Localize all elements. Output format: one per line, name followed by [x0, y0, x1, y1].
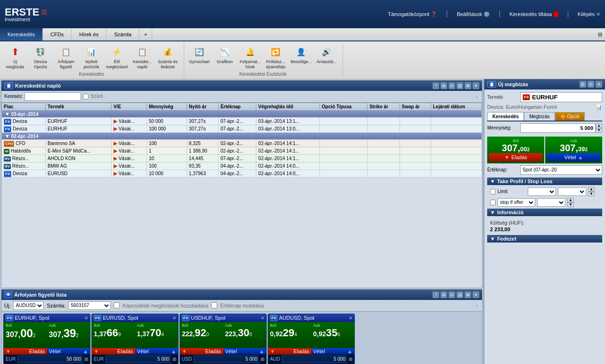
card-sell-audusd[interactable]: ▼ Eladás	[268, 348, 311, 355]
watchlist-ctrl-2[interactable]: ⊞	[441, 291, 447, 298]
toolbar-btn-folyamat[interactable]: 🔔 Folyamat...hírek	[238, 43, 262, 71]
toolbar-label-arfolyam: Árfolyamfigyelő	[57, 59, 74, 70]
stop-select-1[interactable]: stop if offer	[498, 198, 535, 207]
trading-log-ctrl-x[interactable]: ✕	[473, 82, 479, 89]
stop-spin-up[interactable]: ▲	[567, 198, 574, 202]
new-order-ctrl-x[interactable]: ✕	[596, 81, 602, 88]
table-row[interactable]: CFD CFD Banimmo SA ▶ Vásár... 100 8,325 …	[2, 139, 482, 147]
card-amount-eurusd[interactable]	[106, 356, 171, 363]
watchlist-ctrl-1[interactable]: ?	[433, 291, 439, 298]
card-amount-audusd[interactable]	[282, 356, 347, 363]
product-select[interactable]: FX EURHUF	[520, 92, 602, 102]
card-buy-audusd[interactable]: Vétel ▲	[311, 348, 355, 355]
card-spinner-usdhuf[interactable]: ⊞	[261, 356, 264, 362]
nav-logout[interactable]: Kilépés ✕	[578, 11, 600, 17]
limit-spin-down[interactable]: ▼	[588, 192, 595, 196]
nav-trading-ban[interactable]: Kereskedés tiltása ■	[509, 11, 558, 17]
tab-collapse[interactable]: ⊟	[595, 30, 605, 40]
currency-chart-icon[interactable]: 📊	[596, 104, 602, 110]
group-collapse-icon-1[interactable]: ▼	[5, 111, 10, 117]
limit-checkbox[interactable]	[490, 189, 496, 194]
toolbar-btn-grafikon[interactable]: 📉 Grafikon	[213, 43, 237, 71]
table-row[interactable]: RV Részv... BMW AG ▶ Vásár... 100 93,35 …	[2, 162, 482, 170]
toolbar-btn-elo[interactable]: ⚡ Élőmegbízásol	[105, 43, 129, 71]
toolbar-btn-probasz[interactable]: 🔁 Próbász...újraindítás	[263, 43, 288, 71]
limit-select-2[interactable]	[558, 187, 586, 196]
stop-select-2[interactable]	[537, 198, 565, 207]
watchlist-ctrl-5[interactable]: ⊠	[465, 291, 471, 298]
watchlist-ctrl-3[interactable]: ⊟	[449, 291, 455, 298]
tab-hirek[interactable]: Hírek és	[72, 28, 106, 40]
card-close-eurhuf[interactable]: ✕	[84, 315, 88, 321]
ertéknap-select[interactable]: Spot (07-ápr.-20	[520, 165, 602, 175]
trading-log-ctrl-2[interactable]: ⊞	[441, 82, 447, 89]
card-close-audusd[interactable]: ✕	[349, 315, 352, 321]
watchlist-account-select[interactable]: 5603157	[68, 301, 111, 310]
table-row[interactable]: RV Részv... AHOLD KON ▶ Vásár... 10 14,4…	[2, 154, 482, 162]
card-close-eurusd[interactable]: ✕	[172, 315, 176, 321]
toolbar-btn-deviza-opcios[interactable]: 💱 DevizaOpciós	[28, 43, 53, 71]
card-amount-eurhuf[interactable]	[17, 356, 82, 363]
card-buy-usdhuf[interactable]: Vétel ▲	[223, 348, 267, 355]
quantity-spin-down[interactable]: ▼	[596, 128, 602, 133]
search-input[interactable]	[25, 92, 81, 101]
group-collapse-icon-2[interactable]: ▼	[5, 133, 10, 139]
toolbar-btn-szamla[interactable]: 💰 Számla ésfedezet	[155, 43, 180, 71]
watchlist-ctrl-x[interactable]: ✕	[473, 291, 479, 298]
toolbar-btn-arriaszta[interactable]: 🔊 Árriasztá...	[314, 43, 339, 71]
tab-kereskedes[interactable]: Kereskedés	[0, 28, 43, 40]
card-spinner-eurhuf[interactable]: ⊞	[84, 356, 88, 362]
trading-log-ctrl-4[interactable]: ▤	[457, 82, 463, 89]
table-row[interactable]: FX Deviza EURUSD ▶ Vásár... 10 000 1,379…	[2, 170, 482, 177]
limit-select-1[interactable]	[528, 187, 556, 196]
toolbar-btn-new-order[interactable]: ⬆ Újmegbízás	[3, 43, 27, 71]
filter-checkbox[interactable]	[83, 94, 89, 99]
watchlist-ctrl-4[interactable]: ▤	[457, 291, 463, 298]
tp-sl-collapse-icon[interactable]: ▼	[490, 178, 495, 184]
scroll-up-btn[interactable]: ▲	[474, 94, 479, 99]
toolbar-btn-naplo[interactable]: 📋 Kereske...napló	[130, 43, 155, 71]
watchlist-currency-select[interactable]: AUDUSD	[13, 301, 44, 310]
table-row[interactable]: FX Deviza EURHUF ▶ Vásár... 100 000 307,…	[2, 125, 482, 132]
sell-button[interactable]: ▼ Eladás	[489, 153, 542, 162]
toolbar-btn-arfolyam[interactable]: 📋 Árfolyamfigyelő	[54, 43, 78, 71]
card-buy-eurusd[interactable]: Vétel ▲	[135, 348, 179, 355]
card-buy-eurhuf[interactable]: Vétel ▲	[47, 348, 90, 355]
toolbar-btn-beszelge[interactable]: 👤 Beszélge...	[289, 43, 313, 71]
card-sell-eurusd[interactable]: ▼ Eladás	[92, 348, 135, 355]
watchlist-show-valuedate-checkbox[interactable]	[211, 302, 217, 308]
new-order-ctrl-1[interactable]: ⊞	[580, 81, 586, 88]
card-spinner-audusd[interactable]: ⊞	[349, 356, 352, 362]
limit-spin-up[interactable]: ▲	[588, 187, 595, 192]
card-close-usdhuf[interactable]: ✕	[261, 315, 264, 321]
watchlist-scroll-up[interactable]: ▲	[474, 303, 479, 308]
buy-button[interactable]: Vétel ▲	[547, 153, 600, 162]
trading-log-ctrl-1[interactable]: ?	[433, 82, 439, 89]
trading-log-ctrl-5[interactable]: ⊠	[465, 82, 471, 89]
quantity-input[interactable]	[520, 123, 596, 133]
table-row[interactable]: HI Határidős E-Mini S&P MidCa... ▶ Vásár…	[2, 147, 482, 154]
tab-cfds[interactable]: CFDs	[43, 28, 72, 40]
fedezet-collapse-icon[interactable]: ▼	[490, 236, 495, 242]
card-spinner-eurusd[interactable]: ⊞	[172, 356, 176, 362]
nav-settings[interactable]: Beállítások ⚙️	[457, 11, 490, 17]
tab-add[interactable]: +	[139, 28, 152, 40]
card-sell-eurhuf[interactable]: ▼ Eladás	[4, 348, 47, 355]
watchlist-add-orders-checkbox[interactable]	[114, 302, 120, 308]
card-amount-usdhuf[interactable]	[194, 356, 259, 363]
nav-support[interactable]: Támogatóközpont ❓	[388, 11, 437, 17]
stop-spin-down[interactable]: ▼	[567, 202, 574, 207]
info-collapse-icon[interactable]: ▼	[490, 210, 495, 215]
new-order-ctrl-2[interactable]: ⊟	[588, 81, 594, 88]
tab-szamla[interactable]: Számla	[106, 28, 139, 40]
order-tab-opcio[interactable]: 🔶 Opció	[555, 112, 585, 121]
toolbar-btn-nyitott[interactable]: 📊 Nyitottpozíciók	[79, 43, 104, 71]
quantity-spin-up[interactable]: ▲	[596, 123, 602, 128]
toolbar-btn-gyroschart[interactable]: 🔄 Gyroschart	[187, 43, 212, 71]
stop-checkbox[interactable]	[490, 200, 496, 205]
order-tab-megbizas[interactable]: Megbízás	[524, 112, 555, 121]
table-row[interactable]: FX Deviza EURHUF ▶ Vásár... 50 000 307,2…	[2, 117, 482, 125]
trading-log-ctrl-3[interactable]: ⊟	[449, 82, 455, 89]
card-sell-usdhuf[interactable]: ▼ Eladás	[180, 348, 223, 355]
order-tab-kereskedes[interactable]: Kereskedés	[487, 112, 524, 121]
